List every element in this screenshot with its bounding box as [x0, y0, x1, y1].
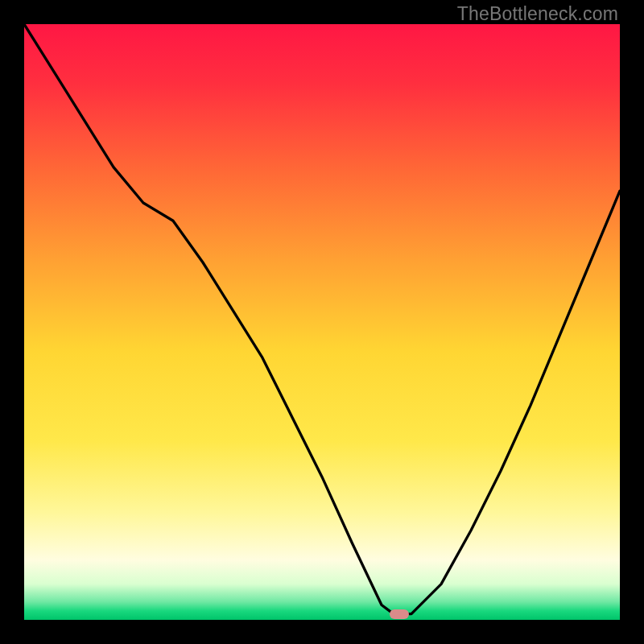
chart-canvas: TheBottleneck.com — [0, 0, 644, 644]
optimal-point-marker — [390, 609, 409, 619]
bottleneck-curve — [24, 24, 620, 620]
watermark-text: TheBottleneck.com — [457, 3, 618, 25]
plot-area — [24, 24, 620, 620]
